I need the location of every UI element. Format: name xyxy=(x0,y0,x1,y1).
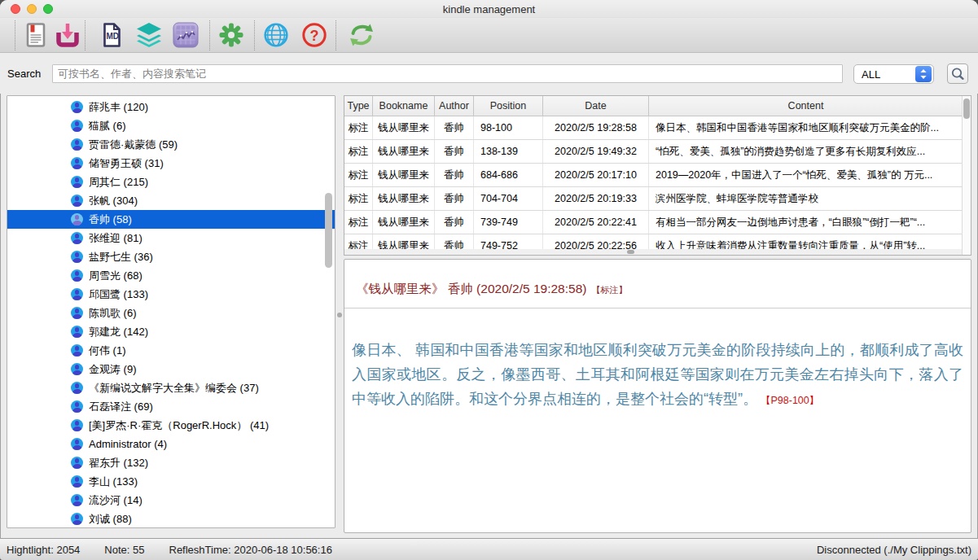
statistics-chart-icon[interactable] xyxy=(172,21,200,49)
author-label: 张帆 (304) xyxy=(89,194,138,208)
filter-dropdown[interactable]: ALL xyxy=(853,64,934,84)
cell-date: 2020/2/5 19:49:32 xyxy=(543,140,649,163)
person-icon xyxy=(71,400,83,413)
cell-type: 标注 xyxy=(344,187,373,210)
cell-date: 2020/2/5 20:22:41 xyxy=(543,211,649,234)
person-icon xyxy=(71,382,83,394)
author-tree-item[interactable]: 李山 (133) xyxy=(7,472,335,491)
author-tree-item[interactable]: Administrator (4) xyxy=(7,435,335,453)
cell-bookname: 钱从哪里来 xyxy=(373,116,435,139)
toolbar-separator xyxy=(209,20,210,50)
author-label: 翟东升 (132) xyxy=(89,456,148,470)
author-tree-item[interactable]: 流沙河 (14) xyxy=(7,491,335,510)
author-label: 刘诚 (88) xyxy=(89,512,132,527)
note-body: 像日本、 韩国和中国香港等国家和地区顺利突破万元美金的阶段持续向上的，都顺利成了… xyxy=(344,338,971,413)
notes-table: TypeBooknameAuthorPositionDateContent 标注… xyxy=(344,95,971,256)
author-tree-item[interactable]: 张帆 (304) xyxy=(7,191,335,210)
author-tree-item[interactable]: 陈凯歌 (6) xyxy=(7,304,335,322)
export-markdown-icon[interactable]: MD xyxy=(98,21,125,49)
clippings-file-icon[interactable] xyxy=(22,21,50,49)
person-icon xyxy=(71,157,83,169)
pane-splitter-handle[interactable] xyxy=(337,313,342,317)
column-header[interactable]: Author xyxy=(435,96,474,116)
search-icon xyxy=(950,67,965,81)
author-tree-item[interactable]: 《新编说文解字大全集》编委会 (37) xyxy=(7,378,335,397)
books-layers-icon[interactable] xyxy=(135,21,163,49)
person-icon xyxy=(71,232,83,244)
author-label: 猫腻 (6) xyxy=(89,119,126,133)
author-label: 陈凯歌 (6) xyxy=(89,306,137,321)
table-horizontal-scrollbar[interactable] xyxy=(344,249,962,255)
author-tree-item[interactable]: 猫腻 (6) xyxy=(7,116,335,135)
author-tree-item[interactable]: 盐野七生 (36) xyxy=(7,247,335,266)
svg-text:?: ? xyxy=(310,28,319,44)
note-row[interactable]: 标注钱从哪里来香帅684-6862020/2/5 20:17:102019—20… xyxy=(344,164,963,187)
author-tree-item[interactable]: [美]罗杰·R·霍克（RogerR.Hock） (41) xyxy=(7,416,335,435)
author-tree-item[interactable]: 香帅 (58) xyxy=(7,210,335,229)
cell-content: 有相当一部分网友一边倒地声讨患者，“白眼狼”“倒打一耙”“... xyxy=(649,211,963,234)
toolbar-separator xyxy=(254,20,255,50)
detail-divider xyxy=(344,308,971,308)
column-header[interactable]: Bookname xyxy=(373,96,435,116)
cell-date: 2020/2/5 20:17:10 xyxy=(543,164,649,186)
author-tree-item[interactable]: 邱国鹭 (133) xyxy=(7,285,335,304)
note-row[interactable]: 标注钱从哪里来香帅704-7042020/2/5 20:19:33滨州医学院、蚌… xyxy=(344,187,963,211)
note-row[interactable]: 标注钱从哪里来香帅739-7492020/2/5 20:22:41有相当一部分网… xyxy=(344,211,963,234)
table-hscroll-thumb[interactable] xyxy=(627,250,634,254)
note-title: 《钱从哪里来》 香帅 (2020/2/5 19:28:58) xyxy=(356,282,586,295)
author-tree-item[interactable]: 石磊译注 (69) xyxy=(7,397,335,416)
author-label: 邱国鹭 (133) xyxy=(89,287,148,302)
toolbar: MD xyxy=(0,18,978,53)
table-vertical-scrollbar[interactable] xyxy=(962,96,971,255)
note-type-badge: 【标注】 xyxy=(591,285,627,295)
import-icon[interactable] xyxy=(54,21,81,49)
column-header[interactable]: Content xyxy=(649,96,963,116)
author-tree-item[interactable]: 张维迎 (81) xyxy=(7,229,335,247)
author-label: 薛兆丰 (120) xyxy=(89,100,148,115)
author-tree-item[interactable]: 周雪光 (68) xyxy=(7,266,335,285)
cell-author: 香帅 xyxy=(435,187,474,210)
author-label: 《新编说文解字大全集》编委会 (37) xyxy=(89,381,259,396)
author-tree-item[interactable]: 周其仁 (215) xyxy=(7,173,335,191)
toolbar-separator xyxy=(336,20,336,50)
search-button[interactable] xyxy=(947,63,968,84)
column-header[interactable]: Date xyxy=(543,96,649,116)
window-title: kindle management xyxy=(0,3,978,15)
note-row[interactable]: 标注钱从哪里来香帅98-1002020/2/5 19:28:58像日本、韩国和中… xyxy=(344,116,963,140)
cell-position: 138-139 xyxy=(474,140,543,163)
refresh-sync-icon[interactable] xyxy=(348,21,375,49)
cell-bookname: 钱从哪里来 xyxy=(373,164,435,186)
note-row[interactable]: 标注钱从哪里来香帅138-1392020/2/5 19:49:32“怕死、爱美、… xyxy=(344,140,963,164)
column-header[interactable]: Type xyxy=(344,96,373,116)
person-icon xyxy=(71,438,83,450)
author-label: 流沙河 (14) xyxy=(89,493,143,508)
app-window: kindle management xyxy=(0,0,978,560)
table-vscroll-thumb[interactable] xyxy=(963,98,970,119)
person-icon xyxy=(71,363,83,375)
settings-gear-icon[interactable] xyxy=(217,21,245,49)
note-detail-pane: 《钱从哪里来》 香帅 (2020/2/5 19:28:58)【标注】 像日本、 … xyxy=(344,259,971,533)
cell-bookname: 钱从哪里来 xyxy=(373,211,435,234)
author-tree-item[interactable]: 翟东升 (132) xyxy=(7,453,335,472)
website-globe-icon[interactable] xyxy=(262,21,290,49)
help-icon[interactable]: ? xyxy=(300,21,328,49)
svg-text:MD: MD xyxy=(107,32,120,41)
sidebar-scrollbar-thumb[interactable] xyxy=(325,193,332,268)
author-tree-item[interactable]: 储智勇王硕 (31) xyxy=(7,154,335,173)
author-tree-item[interactable]: 贾雷德·戴蒙德 (59) xyxy=(7,135,335,154)
search-input[interactable] xyxy=(52,64,843,83)
cell-bookname: 钱从哪里来 xyxy=(373,187,435,210)
note-position-badge: 【P98-100】 xyxy=(761,395,819,406)
person-icon xyxy=(71,475,83,488)
author-tree-item[interactable]: 何伟 (1) xyxy=(7,341,335,360)
author-tree-item[interactable]: 刘诚 (88) xyxy=(7,510,335,528)
person-icon xyxy=(71,251,83,263)
cell-type: 标注 xyxy=(344,116,373,139)
person-icon xyxy=(71,344,83,357)
person-icon xyxy=(71,288,83,300)
column-header[interactable]: Position xyxy=(474,96,543,116)
author-tree-item[interactable]: 薛兆丰 (120) xyxy=(7,98,335,116)
author-tree-item[interactable]: 郭建龙 (142) xyxy=(7,322,335,341)
author-label: Administrator (4) xyxy=(89,438,167,450)
author-tree-item[interactable]: 金观涛 (9) xyxy=(7,360,335,378)
